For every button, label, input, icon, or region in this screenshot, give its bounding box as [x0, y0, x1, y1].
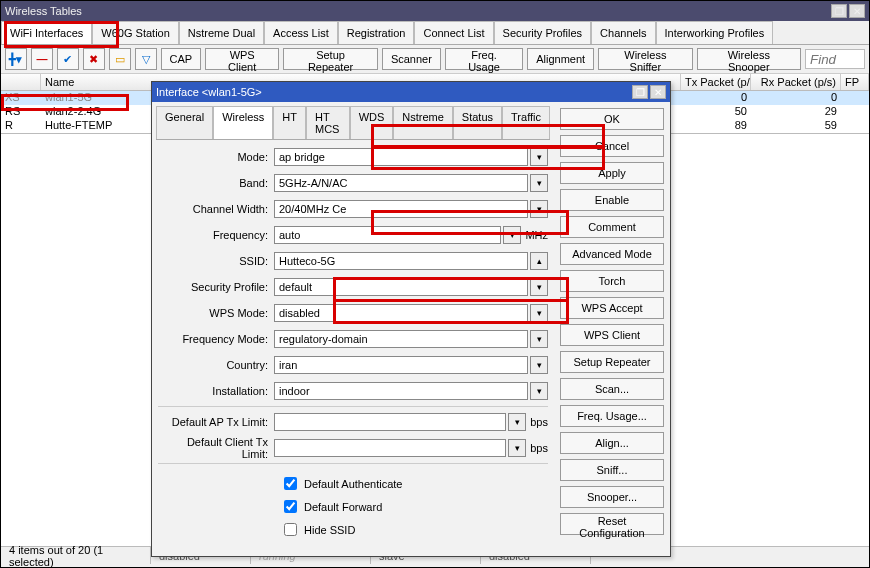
dtab-status[interactable]: Status — [453, 106, 502, 139]
tab-nstreme-dual[interactable]: Nstreme Dual — [179, 21, 264, 44]
scanner-button[interactable]: Scanner — [382, 48, 441, 70]
dialog-restore-button[interactable]: ❐ — [632, 85, 648, 99]
comment-button2[interactable]: Comment — [560, 216, 664, 238]
wireless-sniffer-button[interactable]: Wireless Sniffer — [598, 48, 693, 70]
main-tabstrip: WiFi Interfaces W60G Station Nstreme Dua… — [1, 21, 869, 45]
dtab-nstreme[interactable]: Nstreme — [393, 106, 453, 139]
country-input[interactable] — [274, 356, 528, 374]
window-close-button[interactable]: ✕ — [849, 4, 865, 18]
toolbar: ╋▾ — ✔ ✖ ▭ ▽ CAP WPS Client Setup Repeat… — [1, 45, 869, 74]
hide-ssid-input[interactable] — [284, 523, 297, 536]
wps-mode-input[interactable] — [274, 304, 528, 322]
dtab-htmcs[interactable]: HT MCS — [306, 106, 350, 139]
hide-ssid-checkbox[interactable]: Hide SSID — [280, 520, 548, 539]
ap-tx-limit-input[interactable] — [274, 413, 506, 431]
col-tx[interactable]: Tx Packet (p/s) — [681, 74, 751, 90]
frequency-mode-dropdown-icon[interactable]: ▾ — [530, 330, 548, 348]
dtab-traffic[interactable]: Traffic — [502, 106, 550, 139]
row-rx: 29 — [751, 105, 841, 119]
default-forward-input[interactable] — [284, 500, 297, 513]
band-dropdown-icon[interactable]: ▾ — [530, 174, 548, 192]
frequency-mode-input[interactable] — [274, 330, 528, 348]
freq-usage-button2[interactable]: Freq. Usage... — [560, 405, 664, 427]
wps-client-button2[interactable]: WPS Client — [560, 324, 664, 346]
ap-tx-limit-expand-icon[interactable]: ▾ — [508, 413, 526, 431]
remove-button[interactable]: — — [31, 48, 53, 70]
frequency-input[interactable] — [274, 226, 501, 244]
channel-width-dropdown-icon[interactable]: ▾ — [530, 200, 548, 218]
scan-button[interactable]: Scan... — [560, 378, 664, 400]
tab-interworking-profiles[interactable]: Interworking Profiles — [656, 21, 774, 44]
tab-registration[interactable]: Registration — [338, 21, 415, 44]
add-button[interactable]: ╋▾ — [5, 48, 27, 70]
tab-channels[interactable]: Channels — [591, 21, 655, 44]
tab-connect-list[interactable]: Connect List — [414, 21, 493, 44]
installation-label: Installation: — [158, 385, 274, 397]
disable-button[interactable]: ✖ — [83, 48, 105, 70]
window-restore-button[interactable]: ❐ — [831, 4, 847, 18]
ssid-input[interactable] — [274, 252, 528, 270]
tab-access-list[interactable]: Access List — [264, 21, 338, 44]
wps-accept-button[interactable]: WPS Accept — [560, 297, 664, 319]
setup-repeater-button[interactable]: Setup Repeater — [283, 48, 378, 70]
torch-button[interactable]: Torch — [560, 270, 664, 292]
mode-dropdown-icon[interactable]: ▾ — [530, 148, 548, 166]
freq-usage-button[interactable]: Freq. Usage — [445, 48, 523, 70]
col-rx[interactable]: Rx Packet (p/s) — [751, 74, 841, 90]
row-flag: RS — [1, 105, 41, 119]
security-profile-dropdown-icon[interactable]: ▾ — [530, 278, 548, 296]
wps-mode-dropdown-icon[interactable]: ▾ — [530, 304, 548, 322]
dialog-titlebar: Interface <wlan1-5G> ❐ ✕ — [152, 82, 670, 102]
col-flag[interactable] — [1, 74, 41, 90]
default-authenticate-checkbox[interactable]: Default Authenticate — [280, 474, 548, 493]
tab-wifi-interfaces[interactable]: WiFi Interfaces — [1, 21, 92, 44]
default-forward-checkbox[interactable]: Default Forward — [280, 497, 548, 516]
sniff-button[interactable]: Sniff... — [560, 459, 664, 481]
security-profile-input[interactable] — [274, 278, 528, 296]
find-input[interactable] — [805, 49, 865, 69]
installation-dropdown-icon[interactable]: ▾ — [530, 382, 548, 400]
enable-button[interactable]: ✔ — [57, 48, 79, 70]
ap-tx-limit-label: Default AP Tx Limit: — [158, 416, 274, 428]
cap-button[interactable]: CAP — [161, 48, 202, 70]
wps-client-button[interactable]: WPS Client — [205, 48, 279, 70]
apply-button[interactable]: Apply — [560, 162, 664, 184]
tab-w60g-station[interactable]: W60G Station — [92, 21, 178, 44]
channel-width-input[interactable] — [274, 200, 528, 218]
dtab-ht[interactable]: HT — [273, 106, 306, 139]
client-tx-limit-expand-icon[interactable]: ▾ — [508, 439, 526, 457]
frequency-dropdown-icon[interactable]: ▾ — [503, 226, 521, 244]
dtab-wds[interactable]: WDS — [350, 106, 394, 139]
tab-security-profiles[interactable]: Security Profiles — [494, 21, 591, 44]
ok-button[interactable]: OK — [560, 108, 664, 130]
mode-input[interactable] — [274, 148, 528, 166]
client-tx-limit-input[interactable] — [274, 439, 506, 457]
setup-repeater-button2[interactable]: Setup Repeater — [560, 351, 664, 373]
align-button[interactable]: Align... — [560, 432, 664, 454]
status-count: 4 items out of 20 (1 selected) — [1, 547, 151, 564]
band-input[interactable] — [274, 174, 528, 192]
dtab-wireless[interactable]: Wireless — [213, 106, 273, 139]
snooper-button[interactable]: Snooper... — [560, 486, 664, 508]
filter-button[interactable]: ▽ — [135, 48, 157, 70]
dtab-general[interactable]: General — [156, 106, 213, 139]
dialog-close-button[interactable]: ✕ — [650, 85, 666, 99]
wireless-snooper-button[interactable]: Wireless Snooper — [697, 48, 801, 70]
frequency-unit: MHz — [525, 229, 548, 241]
country-label: Country: — [158, 359, 274, 371]
reset-configuration-button[interactable]: Reset Configuration — [560, 513, 664, 535]
col-fp[interactable]: FP — [841, 74, 869, 90]
installation-input[interactable] — [274, 382, 528, 400]
alignment-button[interactable]: Alignment — [527, 48, 594, 70]
titlebar: Wireless Tables ❐ ✕ — [1, 1, 869, 21]
country-dropdown-icon[interactable]: ▾ — [530, 356, 548, 374]
enable-button2[interactable]: Enable — [560, 189, 664, 211]
dialog-buttons: OK Cancel Apply Enable Comment Advanced … — [554, 102, 670, 556]
channel-width-label: Channel Width: — [158, 203, 274, 215]
advanced-mode-button[interactable]: Advanced Mode — [560, 243, 664, 265]
dialog-title: Interface <wlan1-5G> — [156, 86, 262, 98]
ssid-expand-icon[interactable]: ▴ — [530, 252, 548, 270]
comment-button[interactable]: ▭ — [109, 48, 131, 70]
cancel-button[interactable]: Cancel — [560, 135, 664, 157]
default-authenticate-input[interactable] — [284, 477, 297, 490]
